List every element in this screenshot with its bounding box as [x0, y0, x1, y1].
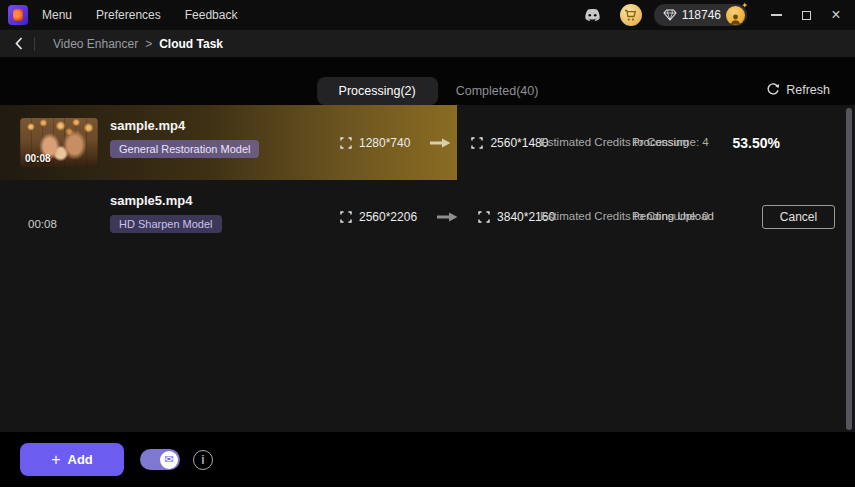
resolution-icon [478, 211, 490, 223]
gem-icon [663, 9, 677, 21]
refresh-label: Refresh [786, 83, 830, 97]
breadcrumb-bar: Video Enhancer > Cloud Task [0, 30, 855, 57]
resolution-icon [340, 137, 352, 149]
progress-percent: 53.50% [733, 135, 780, 151]
menu-item-feedback[interactable]: Feedback [185, 8, 238, 22]
task-row-processing[interactable]: 00:08 sample.mp4 General Restoration Mod… [0, 105, 855, 180]
filename: sample.mp4 [110, 118, 185, 133]
task-row-pending[interactable]: 00:08 sample5.mp4 HD Sharpen Model 2560*… [0, 180, 855, 254]
envelope-icon: ✉ [160, 451, 178, 469]
model-badge: HD Sharpen Model [110, 215, 222, 233]
footer-bar: + Add ✉ i [0, 432, 855, 487]
title-bar: Menu Preferences Feedback [0, 0, 855, 30]
tab-bar: Processing(2) Completed(40) Refresh [0, 57, 855, 105]
cancel-button[interactable]: Cancel [762, 205, 835, 229]
close-button[interactable]: × [821, 0, 851, 30]
maximize-button[interactable] [791, 0, 821, 30]
plus-icon: + [51, 452, 60, 468]
status-label: Pending Upload [632, 210, 714, 222]
store-cart-icon[interactable] [620, 4, 642, 26]
task-list: 00:08 sample.mp4 General Restoration Mod… [0, 105, 855, 432]
source-resolution: 2560*2206 [359, 210, 417, 224]
app-window: Menu Preferences Feedback [0, 0, 855, 487]
minimize-button[interactable] [761, 0, 791, 30]
menu-item-menu[interactable]: Menu [42, 8, 72, 22]
source-resolution: 1280*740 [359, 136, 410, 150]
back-button[interactable] [6, 30, 32, 57]
refresh-button[interactable]: Refresh [766, 83, 830, 97]
avatar[interactable]: ✦ [726, 6, 745, 25]
status-overlap: Estimated Credits to Consume: 4 Processi… [540, 135, 760, 150]
menu-bar: Menu Preferences Feedback [42, 8, 237, 22]
breadcrumb-divider [34, 37, 35, 51]
app-logo-icon [8, 5, 28, 25]
resolution-group: 1280*740 2560*1480 [340, 136, 548, 150]
tab-processing[interactable]: Processing(2) [317, 77, 438, 105]
video-thumbnail: 00:08 [20, 118, 98, 167]
resolution-icon [340, 211, 352, 223]
add-button[interactable]: + Add [20, 443, 124, 476]
arrow-right-icon [430, 138, 451, 148]
duration-label: 00:08 [28, 218, 57, 230]
scrollbar[interactable] [846, 108, 852, 430]
breadcrumb-separator: > [145, 37, 152, 51]
resolution-group: 2560*2206 3840*2160 [340, 210, 555, 224]
credits-badge[interactable]: 118746 ✦ [654, 4, 747, 26]
content-area: Processing(2) Completed(40) Refresh 00:0… [0, 57, 855, 432]
status-label: Processing [632, 135, 689, 147]
discord-icon[interactable] [583, 8, 602, 23]
notification-toggle[interactable]: ✉ [140, 449, 180, 470]
breadcrumb-parent[interactable]: Video Enhancer [53, 37, 138, 51]
breadcrumb: Video Enhancer > Cloud Task [53, 37, 223, 51]
tab-completed[interactable]: Completed(40) [456, 84, 539, 98]
model-badge: General Restoration Model [110, 140, 259, 158]
resolution-icon [471, 137, 483, 149]
info-icon[interactable]: i [193, 450, 213, 470]
credits-count: 118746 [682, 8, 721, 22]
arrow-right-icon [437, 212, 458, 222]
breadcrumb-current: Cloud Task [159, 37, 223, 51]
add-button-label: Add [68, 452, 93, 467]
menu-item-preferences[interactable]: Preferences [96, 8, 161, 22]
duration-label: 00:08 [25, 153, 51, 164]
filename: sample5.mp4 [110, 193, 192, 208]
status-overlap: Estimated Credits to Consume: 0 Pending … [540, 210, 760, 225]
avatar-star-icon: ✦ [741, 2, 748, 10]
refresh-icon [766, 83, 780, 97]
